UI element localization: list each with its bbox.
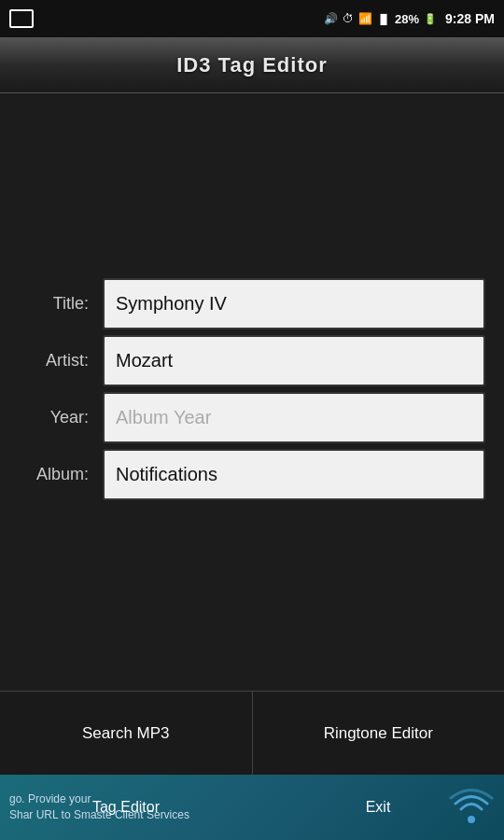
signal-icon: ▐▌ — [377, 14, 390, 24]
title-bar: ID3 Tag Editor — [0, 37, 504, 93]
tag-editor-tab[interactable]: Tag Editor — [0, 775, 252, 840]
year-label: Year: — [19, 408, 103, 427]
exit-tab-label: Exit — [366, 799, 391, 816]
bottom-nav: Search MP3 Ringtone Editor — [0, 691, 504, 775]
year-input[interactable] — [103, 392, 485, 443]
title-input[interactable] — [103, 278, 485, 329]
album-label: Album: — [19, 465, 103, 484]
battery-icon: 🔋 — [424, 13, 437, 25]
clock-icon: ⏱ — [343, 12, 354, 25]
album-row: Album: — [19, 449, 485, 500]
main-content: Title: Artist: Year: Album: — [0, 93, 504, 691]
volume-icon: 🔊 — [324, 12, 338, 25]
status-left-icons — [9, 0, 34, 37]
tag-editor-tab-label: Tag Editor — [92, 799, 160, 816]
artist-input[interactable] — [103, 335, 485, 386]
title-row: Title: — [19, 278, 485, 329]
artist-label: Artist: — [19, 351, 103, 371]
title-label: Title: — [19, 294, 103, 314]
status-bar: 🔊 ⏱ 📶 ▐▌ 28% 🔋 9:28 PM — [0, 0, 504, 37]
exit-tab[interactable]: Exit — [252, 775, 504, 840]
wifi-icon: 📶 — [358, 12, 372, 25]
photo-icon — [9, 9, 34, 28]
status-time: 9:28 PM — [445, 11, 495, 26]
status-right-icons: 🔊 ⏱ 📶 ▐▌ 28% 🔋 9:28 PM — [324, 11, 495, 26]
artist-row: Artist: — [19, 335, 485, 386]
app-title: ID3 Tag Editor — [176, 53, 328, 77]
album-input[interactable] — [103, 449, 485, 500]
battery-percent: 28% — [395, 12, 419, 26]
search-mp3-button[interactable]: Search MP3 — [0, 692, 253, 775]
ringtone-editor-button[interactable]: Ringtone Editor — [253, 692, 505, 775]
year-row: Year: — [19, 392, 485, 443]
